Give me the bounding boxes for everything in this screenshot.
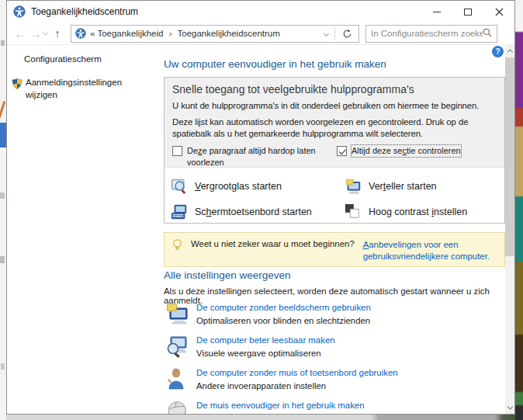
minimize-button[interactable]	[421, 1, 452, 23]
chevron-up-icon	[507, 49, 512, 54]
refresh-icon	[342, 29, 352, 39]
sidebar-item-admin-label: Aanmeldingsinstellingen wijzigen	[26, 77, 143, 101]
narrator-icon	[345, 178, 362, 195]
start-narrator-link[interactable]: Verteller starten	[345, 178, 504, 195]
help-button[interactable]: ?	[492, 46, 504, 57]
content-area: Configuratiescherm Aanmeldingsinstelling…	[7, 45, 514, 414]
recent-pages-dropdown-icon[interactable]	[43, 30, 48, 35]
always-scan-checkbox[interactable]: Altijd deze sectie controleren	[337, 145, 461, 157]
background-left-sliver	[0, 0, 6, 420]
uac-shield-icon	[11, 78, 23, 90]
close-icon	[495, 8, 504, 16]
read-aloud-checkbox[interactable]: Deze paragraaf altijd hardop laten voorl…	[172, 145, 334, 168]
read-aloud-checkbox-box[interactable]	[172, 146, 182, 156]
screen: Toegankelijkheidscentrum ← → ↑	[0, 0, 523, 420]
setting-link[interactable]: De computer zonder beeldscherm gebruiken	[196, 303, 371, 312]
recommendations-link[interactable]: Aanbevelingen voor een gebruiksvriendeli…	[363, 239, 498, 262]
list-item-use-without-mouse-keyboard[interactable]: De computer zonder muis of toetsenbord g…	[165, 367, 505, 392]
window-controls	[421, 1, 514, 23]
always-scan-checkbox-box[interactable]	[337, 146, 347, 156]
search-input[interactable]	[371, 29, 483, 38]
tip-question: Weet u niet zeker waar u moet beginnen?	[191, 239, 355, 248]
maximize-icon	[464, 9, 472, 16]
onscreen-keyboard-icon	[171, 203, 188, 220]
ease-of-access-icon	[75, 28, 86, 39]
maximize-button[interactable]	[452, 1, 483, 23]
address-divider	[334, 27, 335, 40]
person-icon	[165, 367, 189, 390]
page-title: Uw computer eenvoudiger in het gebruik m…	[164, 58, 386, 70]
list-item-make-mouse-easier[interactable]: De muis eenvoudiger in het gebruik maken…	[165, 400, 505, 414]
scroll-up-button[interactable]	[505, 45, 514, 57]
settings-list: De computer zonder beeldscherm gebruiken…	[165, 302, 505, 414]
high-contrast-icon	[345, 203, 362, 220]
monitor-speech-icon	[165, 302, 189, 325]
minimize-icon	[433, 12, 441, 12]
ease-of-access-icon	[13, 5, 26, 18]
quick-access-box: Snelle toegang tot veelgebruikte hulppro…	[164, 77, 505, 224]
list-item-make-easier-to-see[interactable]: De computer beter leesbaar maken Visuele…	[165, 335, 505, 359]
background-right-sliver	[515, 0, 523, 420]
mouse-icon	[165, 400, 189, 414]
breadcrumb: « Toegankelijkheid › Toegankelijkheidsce…	[90, 29, 320, 38]
start-onscreen-keyboard-link[interactable]: Schermtoetsenbord starten	[171, 203, 345, 220]
navigation-toolbar: ← → ↑ « Toegankelijkheid › Toegankelijkh…	[7, 23, 514, 45]
quick-tools-grid: Vergrootglas starten	[165, 168, 504, 220]
background-fragment	[1, 40, 5, 46]
address-dropdown-icon[interactable]	[324, 30, 329, 36]
set-high-contrast-link[interactable]: Hoog contrast instellen	[345, 203, 504, 220]
background-fragment	[0, 256, 5, 263]
window-title: Toegankelijkheidscentrum	[31, 6, 421, 17]
monitor-magnifier-icon	[165, 335, 189, 358]
setting-description: Andere invoerapparaten instellen	[196, 381, 398, 390]
forward-button[interactable]: →	[28, 28, 43, 40]
quick-access-note: Deze lijst kan automatisch worden voorge…	[172, 116, 497, 140]
setting-description: Visuele weergave optimaliseren	[196, 349, 335, 358]
breadcrumb-separator: ›	[166, 29, 175, 38]
setting-description: Optimaliseren voor blinden en slechtzien…	[196, 316, 371, 325]
read-aloud-checkbox-label: Deze paragraaf altijd hardop laten voorl…	[187, 145, 327, 168]
up-button[interactable]: ↑	[49, 28, 66, 39]
vertical-scrollbar[interactable]	[505, 45, 514, 414]
sidebar: Configuratiescherm Aanmeldingsinstelling…	[7, 45, 159, 414]
list-item-use-without-display[interactable]: De computer zonder beeldscherm gebruiken…	[165, 302, 505, 327]
scroll-down-button[interactable]	[505, 402, 514, 414]
close-button[interactable]	[483, 1, 514, 23]
sidebar-item-control-panel[interactable]: Configuratiescherm	[24, 54, 102, 64]
lightbulb-icon	[172, 238, 182, 256]
quick-access-header-section: Snelle toegang tot veelgebruikte hulppro…	[165, 78, 504, 168]
breadcrumb-current[interactable]: Toegankelijkheidscentrum	[178, 29, 280, 38]
main-panel: Uw computer eenvoudiger in het gebruik m…	[164, 45, 507, 414]
back-button[interactable]: ←	[12, 28, 28, 40]
setting-link[interactable]: De computer zonder muis of toetsenbord g…	[196, 368, 398, 377]
setting-link[interactable]: De computer beter leesbaar maken	[196, 335, 335, 345]
magnifier-icon	[171, 178, 188, 195]
search-box	[365, 25, 497, 43]
setting-link[interactable]: De muis eenvoudiger in het gebruik maken	[196, 401, 439, 410]
always-scan-checkbox-label: Altijd deze sectie controleren	[352, 145, 461, 157]
quick-access-heading: Snelle toegang tot veelgebruikte hulppro…	[172, 83, 497, 95]
background-fragment	[0, 101, 5, 118]
all-settings-heading: Alle instellingen weergeven	[164, 269, 291, 281]
breadcrumb-parent[interactable]: Toegankelijkheid	[97, 29, 163, 38]
refresh-button[interactable]	[339, 26, 355, 42]
background-fragment	[0, 193, 5, 199]
breadcrumb-overflow[interactable]: «	[90, 29, 95, 38]
background-bottom-sliver	[6, 415, 515, 420]
quick-access-intro: U kunt de hulpprogramma's in dit onderde…	[172, 100, 497, 112]
title-bar: Toegankelijkheidscentrum	[7, 1, 514, 23]
chevron-down-icon	[507, 404, 512, 410]
ease-of-access-center-window: Toegankelijkheidscentrum ← → ↑	[6, 0, 515, 415]
checkbox-row: Deze paragraaf altijd hardop laten voorl…	[172, 145, 497, 168]
scrollbar-thumb[interactable]	[505, 57, 514, 256]
search-icon[interactable]	[483, 26, 492, 40]
sidebar-item-admin-settings[interactable]: Aanmeldingsinstellingen wijzigen	[11, 77, 143, 101]
address-bar[interactable]: « Toegankelijkheid › Toegankelijkheidsce…	[71, 25, 359, 43]
tip-box: Weet u niet zeker waar u moet beginnen? …	[164, 232, 505, 267]
background-fragment	[0, 123, 6, 148]
start-magnifier-link[interactable]: Vergrootglas starten	[171, 178, 345, 195]
background-fragment	[1, 363, 5, 370]
